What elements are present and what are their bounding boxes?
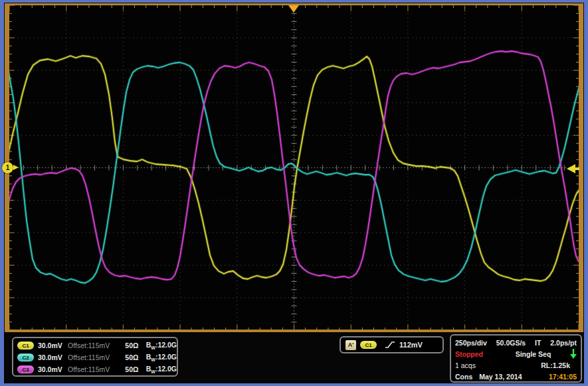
trigger-readout-box[interactable]: A' C1 112mV <box>340 336 444 353</box>
channel2-scale: 30.0mV <box>38 353 68 361</box>
channel3-readout-row[interactable]: C3 30.0mV Offset:115mV 50Ω BW:12.0G <box>17 363 177 375</box>
record-length: RL:1.25k <box>496 361 577 369</box>
channel1-bandwidth: BW:12.0G <box>146 341 177 350</box>
oscilloscope-screen: 1 C1 30.0mV Offset:115mV 50Ω BW:12.0G C2… <box>0 0 588 386</box>
channel1-impedance: 50Ω <box>125 341 146 349</box>
acquisition-status: Stopped <box>455 350 496 358</box>
horizontal-settings-row: 250ps/div 50.0GS/s IT 2.0ps/pt <box>455 337 577 348</box>
channel2-readout-row[interactable]: C2 30.0mV Offset:115mV 50Ω BW:12.0G <box>17 351 177 363</box>
channel-readout-box[interactable]: C1 30.0mV Offset:115mV 50Ω BW:12.0G C2 3… <box>12 337 178 377</box>
trigger-level-arrow-tail <box>575 167 579 170</box>
date-value: May 13, 2014 <box>479 373 522 381</box>
channel1-offset: Offset:115mV <box>68 341 125 349</box>
acquisition-mode: IT <box>535 339 541 347</box>
timebase-value: 250ps/div <box>455 339 487 347</box>
channel1-badge[interactable]: C1 <box>17 341 34 349</box>
bw-value: :12.0G <box>155 353 177 361</box>
channel3-offset: Offset:115mV <box>68 365 125 373</box>
channel2-badge[interactable]: C2 <box>17 353 34 361</box>
bw-subscript: W <box>151 357 155 362</box>
sample-rate-value: 50.0GS/s <box>496 339 526 347</box>
record-row: 1 acqs RL:1.25k <box>455 359 577 371</box>
channel3-bandwidth: BW:12.0G <box>146 365 177 374</box>
trigger-position-marker-icon[interactable] <box>288 5 299 13</box>
acquisition-count: 1 acqs <box>455 361 496 369</box>
channel3-badge[interactable]: C3 <box>17 365 34 373</box>
channel1-readout-row[interactable]: C1 30.0mV Offset:115mV 50Ω BW:12.0G <box>17 339 177 351</box>
console-label: Cons <box>455 373 472 381</box>
channel1-reference-marker[interactable]: 1 <box>2 162 13 173</box>
graticule-frame <box>5 3 583 332</box>
bw-value: :12.0G <box>155 341 177 349</box>
channel3-scale: 30.0mV <box>38 365 68 373</box>
trigger-source-badge[interactable]: C1 <box>360 341 377 349</box>
down-arrow-icon <box>570 349 577 359</box>
channel3-impedance: 50Ω <box>125 365 146 373</box>
channel1-scale: 30.0mV <box>38 341 68 349</box>
trigger-level-value: 112mV <box>399 341 423 349</box>
channel2-offset: Offset:115mV <box>68 353 125 361</box>
channel2-bandwidth: BW:12.0G <box>146 353 177 362</box>
time-value: 17:41:05 <box>549 373 577 381</box>
bw-subscript: W <box>151 369 155 374</box>
resolution-value: 2.0ps/pt <box>550 339 577 347</box>
datetime-row: Cons May 13, 2014 17:41:05 <box>455 371 577 382</box>
run-mode: Single Seq <box>496 350 570 358</box>
channel1-reference-arrow-icon <box>13 165 19 170</box>
channel2-impedance: 50Ω <box>125 353 146 361</box>
trigger-a-badge[interactable]: A' <box>345 340 356 350</box>
run-status-row: Stopped Single Seq <box>455 348 577 359</box>
acquisition-readout-box[interactable]: 250ps/div 50.0GS/s IT 2.0ps/pt Stopped S… <box>450 334 582 383</box>
bw-value: :12.0G <box>155 365 177 373</box>
bw-subscript: W <box>151 345 155 350</box>
rising-edge-icon <box>385 340 395 349</box>
